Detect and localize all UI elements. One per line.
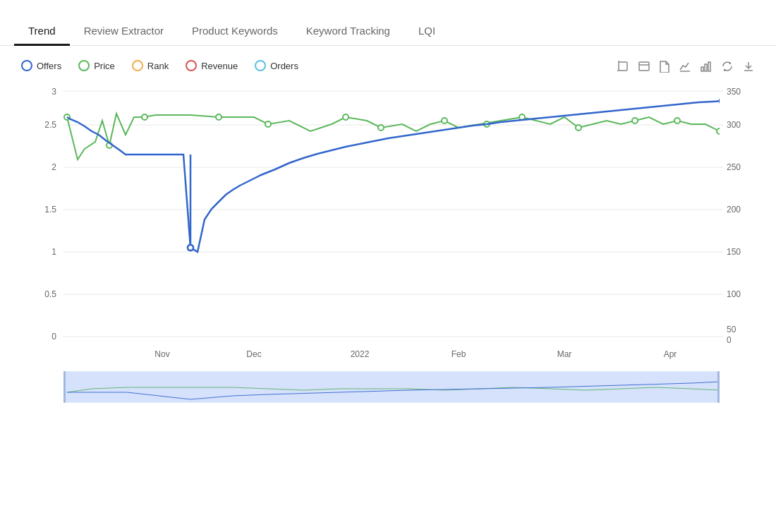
- svg-point-35: [188, 245, 193, 250]
- legend-label-price: Price: [94, 61, 115, 71]
- svg-rect-38: [65, 372, 719, 402]
- svg-point-29: [632, 118, 638, 123]
- y-left-2: 2: [51, 162, 56, 172]
- legend-dot-rank: [132, 60, 143, 71]
- tab-lqi[interactable]: LQI: [404, 18, 449, 46]
- chart-container: Offers Price Rank Revenue Orders: [0, 46, 776, 424]
- legend-dot-revenue: [186, 60, 197, 71]
- svg-rect-8: [708, 62, 710, 71]
- y-left-0: 0: [51, 332, 56, 341]
- svg-rect-40: [717, 371, 720, 403]
- x-apr: Apr: [664, 349, 677, 359]
- svg-point-23: [343, 114, 348, 120]
- svg-point-24: [378, 125, 384, 131]
- main-chart-svg: 3 2.5 2 1.5 1 0.5 0 350 300 250 200 150 …: [21, 78, 755, 368]
- x-dec: Dec: [246, 349, 261, 359]
- legend-rank: Rank: [132, 60, 169, 71]
- y-left-3: 3: [51, 87, 56, 97]
- y-right-350: 350: [727, 87, 741, 97]
- legend-dot-offers: [21, 60, 32, 71]
- legend-price: Price: [78, 60, 115, 71]
- legend-label-offers: Offers: [37, 61, 61, 71]
- legend-dot-price: [78, 60, 90, 71]
- nav-tabs: Trend Review Extractor Product Keywords …: [0, 0, 776, 46]
- svg-rect-7: [705, 64, 707, 71]
- y-left-2.5: 2.5: [44, 120, 56, 130]
- y-right-100: 100: [727, 289, 741, 299]
- svg-point-31: [717, 128, 722, 134]
- tab-keyword-tracking[interactable]: Keyword Tracking: [292, 18, 404, 46]
- file-icon[interactable]: [659, 60, 670, 73]
- chart-main-wrapper: 3 2.5 2 1.5 1 0.5 0 350 300 250 200 150 …: [21, 78, 755, 410]
- svg-point-22: [265, 121, 271, 127]
- svg-rect-39: [63, 371, 66, 403]
- bar-chart-icon[interactable]: [700, 60, 713, 73]
- svg-point-28: [576, 125, 581, 131]
- grid-lines: [63, 91, 723, 337]
- tab-review-extractor[interactable]: Review Extractor: [70, 18, 178, 46]
- line-chart-icon[interactable]: [679, 60, 691, 73]
- chart-toolbar: [617, 60, 755, 73]
- x-nov: Nov: [154, 349, 169, 359]
- tab-product-keywords[interactable]: Product Keywords: [178, 18, 292, 46]
- legend-orders: Orders: [255, 60, 298, 71]
- legend-offers: Offers: [21, 60, 61, 71]
- y-right-50: 50: [727, 325, 736, 334]
- offers-line: [67, 97, 727, 252]
- y-left-1: 1: [51, 247, 56, 257]
- refresh-icon[interactable]: [721, 60, 734, 73]
- y-right-150: 150: [727, 247, 741, 257]
- crop-icon[interactable]: [617, 60, 629, 73]
- svg-point-20: [142, 114, 147, 120]
- y-right-0: 0: [727, 335, 732, 345]
- y-left-0.5: 0.5: [44, 289, 56, 299]
- svg-point-21: [216, 114, 222, 120]
- legend-revenue: Revenue: [186, 60, 238, 71]
- legend-label-rank: Rank: [147, 61, 169, 71]
- zoom-icon[interactable]: [638, 60, 650, 73]
- x-2022: 2022: [351, 349, 370, 359]
- tab-trend[interactable]: Trend: [14, 18, 70, 46]
- y-left-1.5: 1.5: [44, 205, 56, 214]
- svg-rect-3: [639, 62, 649, 71]
- price-line: [64, 114, 722, 159]
- legend-label-orders: Orders: [270, 61, 298, 71]
- legend-label-revenue: Revenue: [201, 61, 238, 71]
- svg-point-32: [720, 97, 727, 104]
- y-right-200: 200: [727, 205, 741, 214]
- legend-dot-orders: [255, 60, 266, 71]
- mini-chart-svg: [21, 368, 755, 410]
- x-feb: Feb: [451, 349, 466, 359]
- svg-rect-6: [701, 67, 703, 71]
- svg-point-30: [674, 118, 680, 123]
- x-mar: Mar: [557, 349, 572, 359]
- y-right-300: 300: [727, 120, 741, 130]
- svg-point-25: [442, 118, 447, 123]
- svg-rect-10: [63, 85, 720, 368]
- offers-drop-line: [188, 155, 193, 250]
- svg-rect-0: [619, 62, 627, 71]
- mini-chart-container: [21, 368, 755, 410]
- y-right-250: 250: [727, 162, 741, 172]
- download-icon[interactable]: [742, 60, 755, 73]
